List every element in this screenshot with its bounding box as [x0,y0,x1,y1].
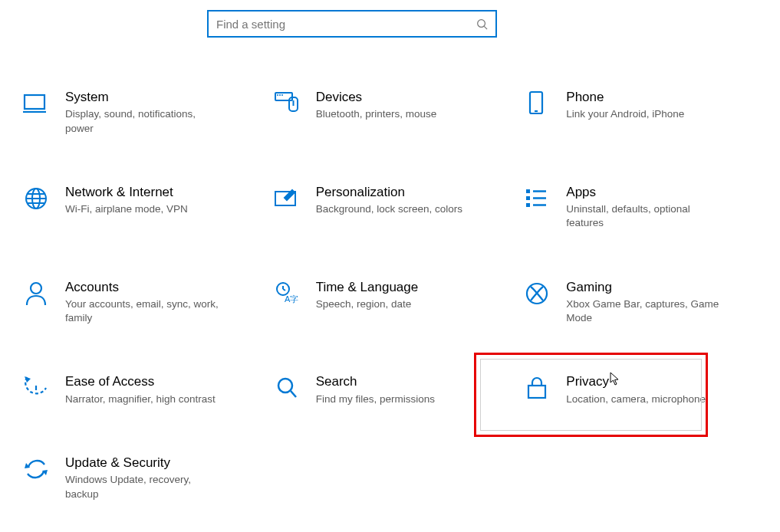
svg-point-24 [31,283,41,294]
svg-rect-20 [526,196,530,200]
tile-desc: Narrator, magnifier, high contrast [65,392,216,406]
tile-title: Gaming [566,280,719,295]
svg-rect-18 [526,189,530,193]
search-input[interactable] [216,18,476,31]
tile-desc: Speech, region, date [316,297,419,311]
magnifier-icon [273,374,301,402]
tile-desc: Wi-Fi, airplane mode, VPN [65,202,188,216]
svg-text:A字: A字 [285,294,298,304]
svg-rect-10 [530,92,542,113]
tile-desc: Display, sound, notifications, power [65,107,219,135]
tile-title: Network & Internet [65,185,188,200]
tile-personalization[interactable]: Personalization Background, lock screen,… [270,183,513,232]
tile-title: Apps [566,185,719,200]
tile-title: Ease of Access [65,374,216,389]
globe-icon [22,185,50,212]
tile-title: Devices [316,90,437,105]
tile-title: Accounts [65,280,219,295]
svg-rect-22 [526,203,530,207]
tile-desc: Find my files, permissions [316,392,435,406]
svg-rect-2 [25,95,44,109]
tile-desc: Background, lock screen, colors [316,202,462,216]
tile-time-language[interactable]: A字 Time & Language Speech, region, date [270,278,513,327]
tile-phone[interactable]: Phone Link your Android, iPhone [520,88,763,137]
ease-of-access-icon [22,374,50,402]
time-language-icon: A字 [273,280,301,307]
person-icon [22,280,50,307]
svg-point-32 [278,379,292,392]
settings-grid: System Display, sound, notifications, po… [19,88,763,503]
svg-point-0 [478,19,485,27]
tile-desc: Your accounts, email, sync, work, family [65,297,219,325]
tile-accounts[interactable]: Accounts Your accounts, email, sync, wor… [19,278,262,327]
tile-title: Phone [566,90,684,105]
phone-icon [523,90,551,117]
tile-search[interactable]: Search Find my files, permissions [270,373,513,408]
tile-apps[interactable]: Apps Uninstall, defaults, optional featu… [520,183,763,232]
tile-network[interactable]: Network & Internet Wi-Fi, airplane mode,… [19,183,262,232]
tile-desc: Xbox Game Bar, captures, Game Mode [566,297,719,325]
search-icon [476,18,488,30]
lock-icon [523,374,551,402]
tile-privacy[interactable]: Privacy Location, camera, microphone [520,373,763,408]
search-box[interactable] [207,10,497,38]
tile-gaming[interactable]: Gaming Xbox Game Bar, captures, Game Mod… [520,278,763,327]
svg-line-1 [484,26,487,29]
tile-title: System [65,90,219,105]
svg-rect-34 [528,386,545,398]
tile-desc: Location, camera, microphone [566,392,706,406]
tile-title: Search [316,374,435,389]
apps-icon [523,185,551,212]
sync-icon [22,455,50,483]
tile-desc: Uninstall, defaults, optional features [566,202,719,230]
tile-title: Time & Language [316,280,419,295]
tile-title: Privacy [566,374,706,389]
system-icon [22,90,50,117]
tile-devices[interactable]: Devices Bluetooth, printers, mouse [270,88,513,137]
tile-desc: Link your Android, iPhone [566,107,684,121]
devices-icon [273,90,301,117]
tile-title: Personalization [316,185,462,200]
tile-desc: Bluetooth, printers, mouse [316,107,437,121]
tile-system[interactable]: System Display, sound, notifications, po… [19,88,262,137]
paintbrush-icon [273,185,301,212]
tile-update-security[interactable]: Update & Security Windows Update, recove… [19,454,262,503]
search-container [207,10,497,38]
tile-title: Update & Security [65,455,219,471]
svg-line-27 [283,289,285,291]
tile-ease-of-access[interactable]: Ease of Access Narrator, magnifier, high… [19,373,262,408]
svg-line-33 [291,391,296,397]
xbox-icon [523,280,551,307]
tile-desc: Windows Update, recovery, backup [65,473,219,501]
